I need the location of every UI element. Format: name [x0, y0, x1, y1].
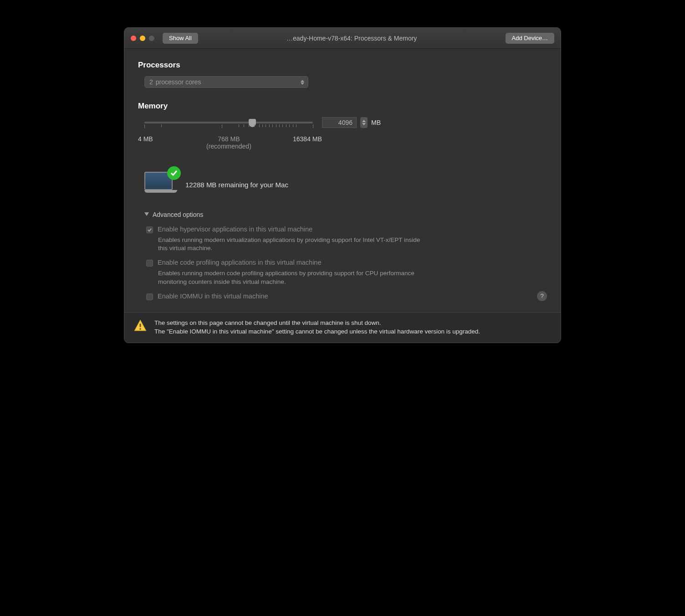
option-hypervisor: Enable hypervisor applications in this v… [146, 226, 547, 233]
code-profiling-label: Enable code profiling applications in th… [158, 259, 321, 266]
footer-line-1: The settings on this page cannot be chan… [154, 319, 480, 328]
window-title: …eady-Home-v78-x64: Processors & Memory [198, 35, 506, 42]
hypervisor-label: Enable hypervisor applications in this v… [158, 226, 312, 233]
show-all-button[interactable]: Show All [163, 33, 198, 44]
dropdown-arrows-icon [301, 80, 304, 85]
footer-line-2: The "Enable IOMMU in this virtual machin… [154, 328, 480, 336]
advanced-section: Advanced options Enable hypervisor appli… [144, 211, 547, 303]
window-controls [131, 36, 154, 41]
hypervisor-checkbox[interactable] [146, 226, 153, 233]
svg-point-1 [139, 328, 141, 330]
disclosure-triangle-icon [144, 212, 149, 217]
option-iommu: Enable IOMMU in this virtual machine [146, 293, 547, 300]
checkmark-badge-icon [167, 166, 181, 180]
memory-slider-ticks [144, 124, 313, 129]
hypervisor-description: Enables running modern virtualization ap… [158, 236, 422, 252]
stepper-down-icon [362, 123, 366, 125]
code-profiling-description: Enables running modern code profiling ap… [158, 269, 422, 286]
memory-slider-labels: 4 MB 768 MB (recommended) 16384 MB [138, 135, 313, 156]
svg-rect-0 [140, 323, 141, 327]
option-code-profiling: Enable code profiling applications in th… [146, 259, 547, 267]
processor-suffix: processor cores [156, 78, 201, 86]
iommu-checkbox[interactable] [146, 293, 153, 300]
memory-recommended-label: 768 MB (recommended) [206, 135, 251, 150]
footer-text: The settings on this page cannot be chan… [154, 319, 480, 336]
titlebar: Show All …eady-Home-v78-x64: Processors … [124, 28, 561, 49]
mac-laptop-icon [144, 172, 177, 197]
memory-heading: Memory [138, 102, 547, 111]
advanced-label: Advanced options [153, 211, 203, 218]
memory-input[interactable] [322, 117, 357, 128]
advanced-disclosure[interactable]: Advanced options [144, 211, 547, 218]
memory-slider[interactable] [144, 122, 313, 123]
stepper-up-icon [362, 120, 366, 122]
add-device-button[interactable]: Add Device… [506, 33, 554, 44]
memory-remaining-text: 12288 MB remaining for your Mac [185, 181, 288, 189]
iommu-label: Enable IOMMU in this virtual machine [158, 293, 268, 300]
content-area: Processors 2 processor cores Memory [124, 49, 561, 312]
processor-count: 2 [149, 78, 153, 86]
minimize-window-icon[interactable] [140, 36, 145, 41]
settings-window: Show All …eady-Home-v78-x64: Processors … [124, 27, 561, 343]
close-window-icon[interactable] [131, 36, 136, 41]
zoom-window-icon [149, 36, 154, 41]
processors-heading: Processors [138, 61, 547, 70]
help-button[interactable]: ? [537, 291, 547, 301]
code-profiling-checkbox[interactable] [146, 260, 153, 267]
memory-remaining-row: 12288 MB remaining for your Mac [144, 172, 547, 197]
memory-unit: MB [371, 119, 381, 126]
footer-warning: The settings on this page cannot be chan… [124, 312, 561, 343]
memory-min-label: 4 MB [138, 135, 153, 143]
warning-icon [133, 319, 147, 332]
memory-slider-area: 4 MB 768 MB (recommended) 16384 MB [144, 117, 313, 156]
memory-stepper[interactable] [360, 117, 368, 128]
memory-row: 4 MB 768 MB (recommended) 16384 MB MB [144, 117, 547, 156]
memory-max-label: 16384 MB [293, 135, 322, 143]
memory-input-group: MB [322, 117, 381, 128]
processor-cores-dropdown[interactable]: 2 processor cores [144, 76, 308, 88]
